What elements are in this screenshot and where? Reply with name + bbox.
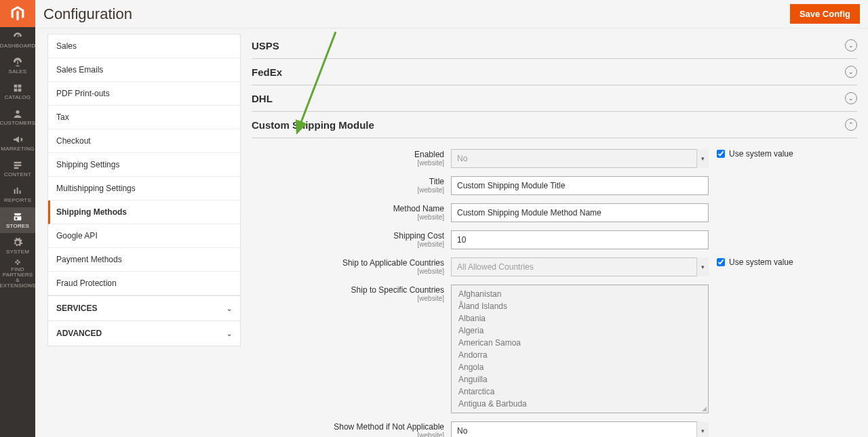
- country-option: Antarctica: [452, 386, 708, 398]
- country-option: Afghanistan: [452, 288, 708, 300]
- chevron-down-icon: ⌄: [226, 330, 232, 337]
- sidebar-item-sales[interactable]: Sales: [48, 35, 240, 58]
- admin-leftnav: DASHBOARDSALESCATALOGCUSTOMERSMARKETINGC…: [0, 0, 35, 437]
- nav-stores[interactable]: STORES: [0, 207, 35, 233]
- nav-catalog[interactable]: CATALOG: [0, 79, 35, 104]
- expand-icon: ⌄: [845, 92, 857, 104]
- expand-icon: ⌄: [845, 39, 857, 51]
- checkbox-use-system-enabled[interactable]: [717, 150, 725, 158]
- select-show-if-na[interactable]: No: [451, 421, 709, 437]
- country-option: Albania: [452, 312, 708, 325]
- label-show-if-na: Show Method if Not Applicable: [334, 422, 444, 432]
- nav-marketing[interactable]: MARKETING: [0, 130, 35, 156]
- country-option: Andorra: [452, 349, 708, 361]
- country-option: Angola: [452, 361, 708, 373]
- sidebar-item-google-api[interactable]: Google API: [48, 224, 240, 248]
- label-ship-applicable: Ship to Applicable Countries: [342, 258, 444, 268]
- sidebar-item-sales-emails[interactable]: Sales Emails: [48, 58, 240, 82]
- select-ship-applicable: All Allowed Countries: [451, 257, 709, 276]
- section-dhl[interactable]: DHL⌄: [252, 85, 857, 112]
- sidebar-item-shipping-methods[interactable]: Shipping Methods: [48, 201, 240, 224]
- select-enabled: No: [451, 149, 709, 168]
- country-option: Anguilla: [452, 373, 708, 386]
- nav-sales[interactable]: SALES: [0, 53, 35, 79]
- sidebar-item-pdf-print-outs[interactable]: PDF Print-outs: [48, 82, 240, 106]
- input-shipping-cost[interactable]: [451, 230, 709, 249]
- label-method-name: Method Name: [393, 204, 444, 213]
- label-shipping-cost: Shipping Cost: [393, 231, 444, 241]
- sidebar-item-payment-methods[interactable]: Payment Methods: [48, 248, 240, 272]
- nav-content[interactable]: CONTENT: [0, 156, 35, 182]
- sidebar-item-tax[interactable]: Tax: [48, 106, 240, 129]
- input-method-name[interactable]: [451, 203, 709, 222]
- magento-logo[interactable]: [0, 0, 35, 27]
- country-option: Algeria: [452, 325, 708, 337]
- nav-dashboard[interactable]: DASHBOARD: [0, 27, 35, 53]
- save-config-button[interactable]: Save Config: [790, 4, 860, 24]
- collapse-icon: ⌃: [845, 119, 857, 131]
- sidebar-group-services[interactable]: SERVICES⌄: [48, 295, 240, 320]
- section-custom-shipping[interactable]: Custom Shipping Module ⌃: [252, 112, 857, 138]
- page-title: Configuration: [43, 5, 132, 23]
- country-option: American Samoa: [452, 337, 708, 349]
- label-title: Title: [429, 177, 444, 186]
- chevron-down-icon: ⌄: [226, 305, 232, 312]
- page-header: Configuration Save Config: [35, 0, 868, 28]
- nav-customers[interactable]: CUSTOMERS: [0, 104, 35, 130]
- resize-handle-icon: [700, 404, 707, 411]
- section-usps[interactable]: USPS⌄: [252, 33, 857, 59]
- nav-find[interactable]: FIND PARTNERS& EXTENSIONS: [0, 259, 35, 289]
- sidebar-item-checkout[interactable]: Checkout: [48, 129, 240, 153]
- country-option: Antigua & Barbuda: [452, 398, 708, 410]
- config-content: USPS⌄FedEx⌄DHL⌄ Custom Shipping Module ⌃…: [241, 28, 868, 437]
- label-ship-specific: Ship to Specific Countries: [351, 285, 444, 295]
- checkbox-use-system-applicable[interactable]: [717, 258, 725, 266]
- sidebar-item-fraud-protection[interactable]: Fraud Protection: [48, 272, 240, 295]
- country-option: Åland Islands: [452, 300, 708, 312]
- sidebar-item-multishipping-settings[interactable]: Multishipping Settings: [48, 177, 240, 201]
- label-enabled: Enabled: [414, 150, 444, 159]
- section-fedex[interactable]: FedEx⌄: [252, 59, 857, 85]
- nav-system[interactable]: SYSTEM: [0, 233, 35, 259]
- nav-reports[interactable]: REPORTS: [0, 182, 35, 207]
- multiselect-countries: AfghanistanÅland IslandsAlbaniaAlgeriaAm…: [451, 285, 709, 413]
- sidebar-group-advanced[interactable]: ADVANCED⌄: [48, 320, 240, 346]
- sidebar-item-shipping-settings[interactable]: Shipping Settings: [48, 153, 240, 177]
- config-sidebar: SalesSales EmailsPDF Print-outsTaxChecko…: [35, 28, 241, 437]
- input-title[interactable]: [451, 176, 709, 195]
- expand-icon: ⌄: [845, 66, 857, 78]
